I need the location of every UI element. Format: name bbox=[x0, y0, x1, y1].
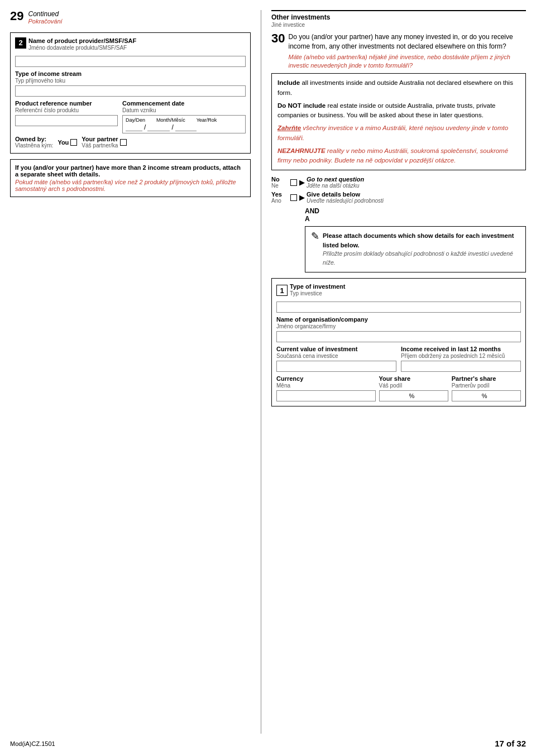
current-value-cs: Současná cena investice bbox=[276, 353, 396, 359]
attach-icon: ✎ bbox=[311, 231, 319, 241]
no-label-cs: Ne bbox=[271, 183, 288, 189]
page: 29 Continued Pokračování Other investmen… bbox=[0, 0, 536, 756]
your-share-col: Your share Váš podíl % bbox=[379, 375, 448, 401]
other-investments-label-en: Other investments bbox=[271, 13, 526, 21]
your-share-input[interactable] bbox=[380, 391, 408, 401]
yes-checkbox[interactable] bbox=[290, 194, 297, 201]
q30-text-en: Do you (and/or your partner) have any mo… bbox=[288, 32, 526, 51]
section-2-form: 2 Name of product provider/SMSF/SAF Jmén… bbox=[10, 32, 251, 154]
currency-label-cs: Měna bbox=[276, 382, 376, 389]
and-section: AND A ✎ Please attach documents which sh… bbox=[305, 207, 526, 272]
nezahrnte-para: NEZAHRNUJTE reality v nebo mimo Austráli… bbox=[277, 146, 520, 166]
and-label-en: AND bbox=[305, 207, 526, 215]
partners-share-label-cs: Partnerův podíl bbox=[452, 382, 521, 389]
type-of-investment-input[interactable] bbox=[276, 302, 521, 313]
yes-label-cs: Ano bbox=[271, 198, 288, 204]
no-option-desc: Go to next question Jděte na další otázk… bbox=[307, 176, 364, 189]
value-income-row: Current value of investment Současná cen… bbox=[276, 346, 521, 372]
page-number-section: 29 Continued Pokračování bbox=[10, 10, 251, 25]
no-checkbox[interactable] bbox=[290, 179, 297, 186]
info-box-text-en: If you (and/or your partner) have more t… bbox=[15, 164, 246, 178]
footer-page: 17 of 32 bbox=[495, 739, 526, 748]
currency-label-en: Currency bbox=[276, 375, 376, 382]
income-received-input[interactable] bbox=[401, 361, 521, 372]
your-share-label-cs: Váš podíl bbox=[379, 382, 448, 389]
include-bold: Include bbox=[277, 79, 300, 86]
provider-label-en: Name of product provider/SMSF/SAF bbox=[28, 37, 136, 44]
include-box: Include all investments inside and outsi… bbox=[271, 73, 526, 170]
yes-arrow: ▶ bbox=[299, 194, 304, 202]
day-label: Day/Den bbox=[126, 117, 145, 123]
type-of-investment-cs: Typ investice bbox=[290, 290, 345, 296]
attach-text-en: Please attach documents which show detai… bbox=[323, 231, 520, 250]
org-name-input[interactable] bbox=[276, 331, 521, 342]
no-option-content: ▶ Go to next question Jděte na další otá… bbox=[290, 176, 364, 189]
income-stream-label-en: Type of income stream bbox=[15, 70, 246, 77]
yes-desc-cs: Uveďte následující podrobnosti bbox=[307, 198, 384, 204]
your-share-pct: % bbox=[408, 393, 417, 399]
and-label-cs: A bbox=[305, 215, 526, 223]
q30-row: 30 Do you (and/or your partner) have any… bbox=[271, 32, 526, 70]
yes-option-row: Yes Ano ▶ Give details below Uveďte násl… bbox=[271, 191, 526, 204]
year-input[interactable] bbox=[175, 123, 197, 131]
month-label: Month/Měsíc bbox=[156, 117, 185, 123]
org-name-label-en: Name of organisation/company bbox=[276, 316, 521, 323]
partners-share-label-en: Partner's share bbox=[452, 375, 521, 382]
zahrnte-text-cs: všechny investice v a mimo Austrálii, kt… bbox=[277, 125, 508, 141]
product-ref-col: Product reference number Referenční čísl… bbox=[15, 100, 118, 126]
date-slash-1: / bbox=[144, 123, 146, 131]
partners-share-col: Partner's share Partnerův podíl % bbox=[452, 375, 521, 401]
zahrnte-para: Zahrňte všechny investice v a mimo Austr… bbox=[277, 123, 520, 143]
include-text-en: all investments inside and outside Austr… bbox=[277, 79, 513, 95]
other-investments-label-cs: Jiné investice bbox=[271, 22, 526, 28]
continued-label: Continued bbox=[28, 10, 62, 18]
type-of-investment-en: Type of investment bbox=[290, 283, 345, 290]
product-ref-input[interactable] bbox=[15, 115, 118, 126]
investment-section-1: 1 Type of investment Typ investice Name … bbox=[271, 278, 526, 406]
ref-date-row: Product reference number Referenční čísl… bbox=[15, 100, 246, 133]
day-input[interactable] bbox=[126, 123, 142, 131]
commencement-label-en: Commencement date bbox=[122, 100, 246, 107]
income-received-col: Income received in last 12 months Příjem… bbox=[401, 346, 521, 372]
attach-text-cs: Přiložte prosím doklady obsahující podro… bbox=[323, 250, 520, 267]
date-slash-2: / bbox=[171, 123, 173, 131]
product-ref-label-cs: Referenční číslo produktu bbox=[15, 107, 118, 113]
income-stream-input[interactable] bbox=[15, 85, 246, 97]
partners-share-input[interactable] bbox=[452, 391, 480, 401]
partner-label-cs: Váš partner/ka bbox=[82, 142, 118, 149]
continued-cs-label: Pokračování bbox=[28, 18, 62, 25]
partners-share-pct: % bbox=[480, 393, 489, 399]
footer-code: Mod(iA)CZ.1501 bbox=[10, 740, 55, 747]
yes-option-desc: Give details below Uveďte následující po… bbox=[307, 191, 384, 204]
no-desc-en: Go to next question bbox=[307, 176, 364, 183]
info-box: If you (and/or your partner) have more t… bbox=[10, 159, 251, 197]
income-received-cs: Příjem obdržený za posledních 12 měsíců bbox=[401, 353, 521, 359]
income-received-en: Income received in last 12 months bbox=[401, 346, 521, 352]
current-value-input[interactable] bbox=[276, 361, 396, 372]
attach-text: Please attach documents which show detai… bbox=[323, 231, 520, 267]
no-option-row: No Ne ▶ Go to next question Jděte na dal… bbox=[271, 176, 526, 189]
no-label-col: No Ne bbox=[271, 176, 288, 189]
yes-label-en: Yes bbox=[271, 191, 288, 198]
section-2-badge: 2 bbox=[15, 37, 26, 49]
your-share-label-en: Your share bbox=[379, 375, 448, 382]
currency-input[interactable] bbox=[276, 390, 376, 401]
you-label-en: You bbox=[58, 139, 69, 146]
current-value-col: Current value of investment Současná cen… bbox=[276, 346, 396, 372]
nezahrnte-bold: NEZAHRNUJTE bbox=[277, 147, 326, 154]
no-label-en: No bbox=[271, 176, 288, 183]
partner-checkbox[interactable] bbox=[120, 139, 127, 146]
provider-name-input[interactable] bbox=[15, 56, 246, 67]
income-stream-label-cs: Typ příjmového toku bbox=[15, 78, 246, 84]
month-input[interactable] bbox=[147, 123, 170, 131]
yes-desc-en: Give details below bbox=[307, 191, 384, 198]
commencement-label-cs: Datum vzniku bbox=[122, 107, 246, 113]
no-desc-cs: Jděte na další otázku bbox=[307, 183, 364, 189]
right-column: 30 Do you (and/or your partner) have any… bbox=[261, 32, 526, 734]
you-checkbox[interactable] bbox=[70, 139, 77, 146]
org-name-label-cs: Jméno organizace/firmy bbox=[276, 323, 521, 329]
currency-col: Currency Měna bbox=[276, 375, 376, 401]
year-label: Year/Rok bbox=[197, 117, 217, 123]
owned-by-cs: Vlastněna kým: bbox=[15, 142, 53, 149]
do-not-bold: Do NOT include bbox=[277, 102, 326, 109]
